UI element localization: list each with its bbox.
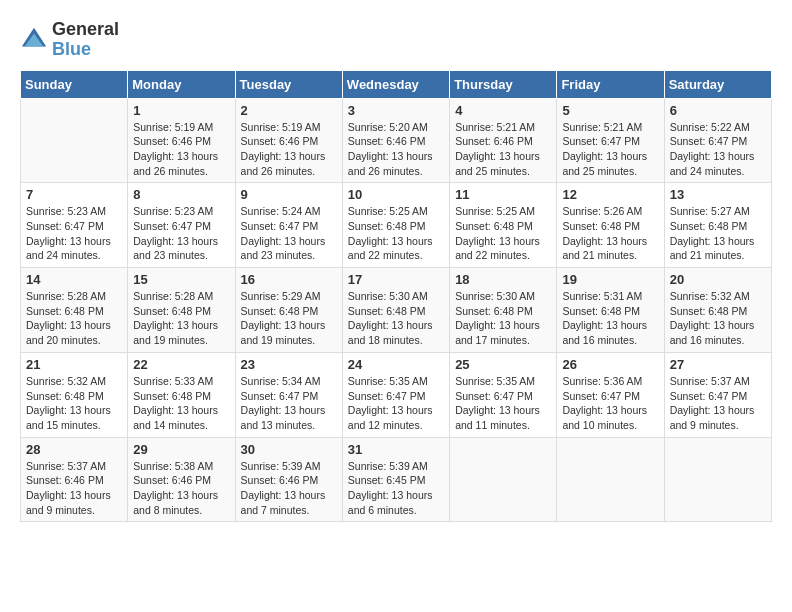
day-number: 4	[455, 103, 551, 118]
day-detail: Sunrise: 5:39 AMSunset: 6:46 PMDaylight:…	[241, 459, 337, 518]
day-number: 28	[26, 442, 122, 457]
day-detail: Sunrise: 5:23 AMSunset: 6:47 PMDaylight:…	[26, 204, 122, 263]
page-header: General Blue	[20, 20, 772, 60]
day-number: 2	[241, 103, 337, 118]
day-detail: Sunrise: 5:19 AMSunset: 6:46 PMDaylight:…	[241, 120, 337, 179]
day-number: 16	[241, 272, 337, 287]
day-number: 24	[348, 357, 444, 372]
day-number: 20	[670, 272, 766, 287]
calendar-cell: 10Sunrise: 5:25 AMSunset: 6:48 PMDayligh…	[342, 183, 449, 268]
calendar-cell: 4Sunrise: 5:21 AMSunset: 6:46 PMDaylight…	[450, 98, 557, 183]
day-number: 18	[455, 272, 551, 287]
header-wednesday: Wednesday	[342, 70, 449, 98]
calendar-week-row: 1Sunrise: 5:19 AMSunset: 6:46 PMDaylight…	[21, 98, 772, 183]
day-detail: Sunrise: 5:26 AMSunset: 6:48 PMDaylight:…	[562, 204, 658, 263]
day-detail: Sunrise: 5:21 AMSunset: 6:47 PMDaylight:…	[562, 120, 658, 179]
calendar-cell: 5Sunrise: 5:21 AMSunset: 6:47 PMDaylight…	[557, 98, 664, 183]
calendar-cell: 24Sunrise: 5:35 AMSunset: 6:47 PMDayligh…	[342, 352, 449, 437]
day-number: 11	[455, 187, 551, 202]
calendar-cell	[21, 98, 128, 183]
day-detail: Sunrise: 5:25 AMSunset: 6:48 PMDaylight:…	[348, 204, 444, 263]
day-detail: Sunrise: 5:30 AMSunset: 6:48 PMDaylight:…	[455, 289, 551, 348]
header-friday: Friday	[557, 70, 664, 98]
day-number: 12	[562, 187, 658, 202]
calendar-cell: 9Sunrise: 5:24 AMSunset: 6:47 PMDaylight…	[235, 183, 342, 268]
day-detail: Sunrise: 5:34 AMSunset: 6:47 PMDaylight:…	[241, 374, 337, 433]
day-detail: Sunrise: 5:35 AMSunset: 6:47 PMDaylight:…	[455, 374, 551, 433]
logo: General Blue	[20, 20, 119, 60]
day-number: 5	[562, 103, 658, 118]
day-detail: Sunrise: 5:35 AMSunset: 6:47 PMDaylight:…	[348, 374, 444, 433]
day-number: 30	[241, 442, 337, 457]
day-number: 21	[26, 357, 122, 372]
day-detail: Sunrise: 5:37 AMSunset: 6:47 PMDaylight:…	[670, 374, 766, 433]
day-detail: Sunrise: 5:19 AMSunset: 6:46 PMDaylight:…	[133, 120, 229, 179]
day-number: 22	[133, 357, 229, 372]
calendar-cell: 1Sunrise: 5:19 AMSunset: 6:46 PMDaylight…	[128, 98, 235, 183]
calendar-cell	[450, 437, 557, 522]
day-detail: Sunrise: 5:20 AMSunset: 6:46 PMDaylight:…	[348, 120, 444, 179]
day-detail: Sunrise: 5:28 AMSunset: 6:48 PMDaylight:…	[133, 289, 229, 348]
day-number: 8	[133, 187, 229, 202]
day-number: 7	[26, 187, 122, 202]
calendar-week-row: 28Sunrise: 5:37 AMSunset: 6:46 PMDayligh…	[21, 437, 772, 522]
calendar-cell: 17Sunrise: 5:30 AMSunset: 6:48 PMDayligh…	[342, 268, 449, 353]
day-number: 25	[455, 357, 551, 372]
calendar-cell: 12Sunrise: 5:26 AMSunset: 6:48 PMDayligh…	[557, 183, 664, 268]
calendar-cell: 22Sunrise: 5:33 AMSunset: 6:48 PMDayligh…	[128, 352, 235, 437]
calendar-cell	[557, 437, 664, 522]
day-detail: Sunrise: 5:29 AMSunset: 6:48 PMDaylight:…	[241, 289, 337, 348]
day-number: 23	[241, 357, 337, 372]
calendar-cell: 13Sunrise: 5:27 AMSunset: 6:48 PMDayligh…	[664, 183, 771, 268]
calendar-cell: 21Sunrise: 5:32 AMSunset: 6:48 PMDayligh…	[21, 352, 128, 437]
calendar-week-row: 14Sunrise: 5:28 AMSunset: 6:48 PMDayligh…	[21, 268, 772, 353]
header-monday: Monday	[128, 70, 235, 98]
header-saturday: Saturday	[664, 70, 771, 98]
day-number: 9	[241, 187, 337, 202]
day-detail: Sunrise: 5:25 AMSunset: 6:48 PMDaylight:…	[455, 204, 551, 263]
calendar-cell: 19Sunrise: 5:31 AMSunset: 6:48 PMDayligh…	[557, 268, 664, 353]
day-number: 17	[348, 272, 444, 287]
calendar-cell: 30Sunrise: 5:39 AMSunset: 6:46 PMDayligh…	[235, 437, 342, 522]
calendar-cell: 28Sunrise: 5:37 AMSunset: 6:46 PMDayligh…	[21, 437, 128, 522]
calendar-cell: 2Sunrise: 5:19 AMSunset: 6:46 PMDaylight…	[235, 98, 342, 183]
day-number: 14	[26, 272, 122, 287]
day-number: 31	[348, 442, 444, 457]
day-detail: Sunrise: 5:23 AMSunset: 6:47 PMDaylight:…	[133, 204, 229, 263]
day-number: 29	[133, 442, 229, 457]
day-detail: Sunrise: 5:37 AMSunset: 6:46 PMDaylight:…	[26, 459, 122, 518]
day-detail: Sunrise: 5:28 AMSunset: 6:48 PMDaylight:…	[26, 289, 122, 348]
calendar-table: SundayMondayTuesdayWednesdayThursdayFrid…	[20, 70, 772, 523]
calendar-cell: 11Sunrise: 5:25 AMSunset: 6:48 PMDayligh…	[450, 183, 557, 268]
header-sunday: Sunday	[21, 70, 128, 98]
day-detail: Sunrise: 5:30 AMSunset: 6:48 PMDaylight:…	[348, 289, 444, 348]
day-number: 26	[562, 357, 658, 372]
calendar-cell: 25Sunrise: 5:35 AMSunset: 6:47 PMDayligh…	[450, 352, 557, 437]
logo-icon	[20, 26, 48, 54]
calendar-cell: 18Sunrise: 5:30 AMSunset: 6:48 PMDayligh…	[450, 268, 557, 353]
calendar-cell: 6Sunrise: 5:22 AMSunset: 6:47 PMDaylight…	[664, 98, 771, 183]
header-thursday: Thursday	[450, 70, 557, 98]
day-detail: Sunrise: 5:32 AMSunset: 6:48 PMDaylight:…	[670, 289, 766, 348]
calendar-cell: 31Sunrise: 5:39 AMSunset: 6:45 PMDayligh…	[342, 437, 449, 522]
day-detail: Sunrise: 5:27 AMSunset: 6:48 PMDaylight:…	[670, 204, 766, 263]
calendar-week-row: 21Sunrise: 5:32 AMSunset: 6:48 PMDayligh…	[21, 352, 772, 437]
day-detail: Sunrise: 5:33 AMSunset: 6:48 PMDaylight:…	[133, 374, 229, 433]
day-number: 13	[670, 187, 766, 202]
day-detail: Sunrise: 5:21 AMSunset: 6:46 PMDaylight:…	[455, 120, 551, 179]
day-detail: Sunrise: 5:31 AMSunset: 6:48 PMDaylight:…	[562, 289, 658, 348]
calendar-cell: 27Sunrise: 5:37 AMSunset: 6:47 PMDayligh…	[664, 352, 771, 437]
day-detail: Sunrise: 5:36 AMSunset: 6:47 PMDaylight:…	[562, 374, 658, 433]
day-number: 15	[133, 272, 229, 287]
calendar-cell: 20Sunrise: 5:32 AMSunset: 6:48 PMDayligh…	[664, 268, 771, 353]
day-number: 27	[670, 357, 766, 372]
calendar-cell	[664, 437, 771, 522]
calendar-cell: 3Sunrise: 5:20 AMSunset: 6:46 PMDaylight…	[342, 98, 449, 183]
day-detail: Sunrise: 5:39 AMSunset: 6:45 PMDaylight:…	[348, 459, 444, 518]
calendar-cell: 15Sunrise: 5:28 AMSunset: 6:48 PMDayligh…	[128, 268, 235, 353]
calendar-cell: 14Sunrise: 5:28 AMSunset: 6:48 PMDayligh…	[21, 268, 128, 353]
calendar-cell: 26Sunrise: 5:36 AMSunset: 6:47 PMDayligh…	[557, 352, 664, 437]
day-detail: Sunrise: 5:24 AMSunset: 6:47 PMDaylight:…	[241, 204, 337, 263]
day-number: 1	[133, 103, 229, 118]
day-detail: Sunrise: 5:38 AMSunset: 6:46 PMDaylight:…	[133, 459, 229, 518]
